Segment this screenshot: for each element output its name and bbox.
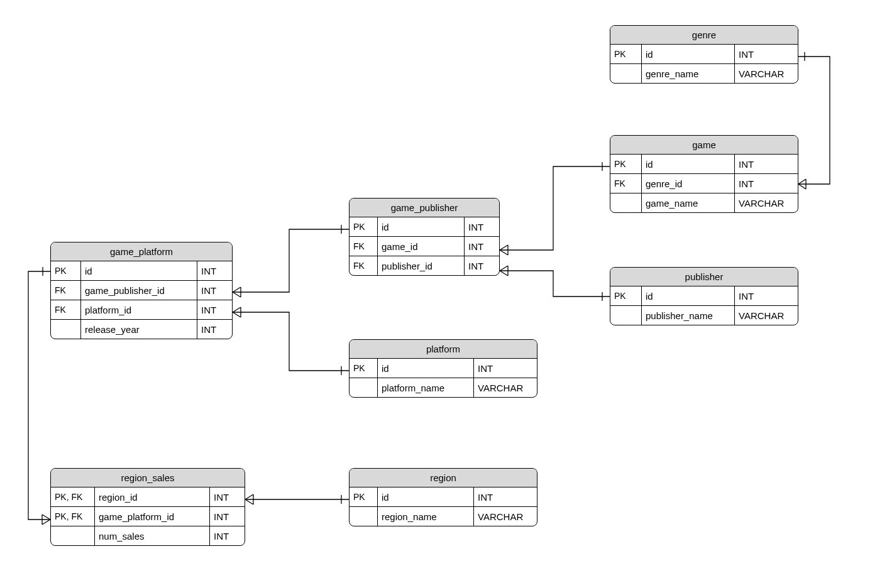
column-key: PK (610, 155, 642, 173)
column-row: PK id INT (51, 261, 232, 281)
column-row: release_year INT (51, 320, 232, 339)
column-type: INT (210, 507, 245, 526)
column-name: genre_name (642, 64, 735, 83)
column-type: VARCHAR (735, 306, 798, 325)
entity-title: game (610, 136, 798, 155)
column-row: platform_name VARCHAR (350, 378, 537, 397)
column-type: VARCHAR (735, 64, 798, 83)
column-type: VARCHAR (474, 378, 537, 397)
column-row: PK id INT (350, 217, 499, 237)
entity-title: genre (610, 26, 798, 45)
column-type: INT (465, 217, 499, 236)
column-type: INT (197, 281, 232, 300)
column-type: INT (197, 300, 232, 319)
entity-title: region (350, 469, 537, 487)
column-key (610, 64, 642, 83)
column-key (350, 507, 378, 526)
column-key (350, 378, 378, 397)
column-type: INT (735, 174, 798, 193)
column-row: PK id INT (610, 286, 798, 306)
column-name: id (81, 261, 197, 280)
entity-title: game_platform (51, 242, 232, 261)
entity-game[interactable]: game PK id INT FK genre_id INT game_name… (610, 135, 798, 213)
column-key: PK, FK (51, 507, 95, 526)
column-type: INT (735, 286, 798, 305)
column-key: PK (350, 359, 378, 378)
column-name: id (642, 286, 735, 305)
column-name: platform_name (378, 378, 474, 397)
column-key: PK (350, 487, 378, 506)
column-type: INT (197, 320, 232, 339)
entity-region-sales[interactable]: region_sales PK, FK region_id INT PK, FK… (50, 468, 245, 546)
entity-title: platform (350, 340, 537, 359)
entity-title: publisher (610, 268, 798, 286)
column-name: publisher_id (378, 256, 465, 275)
entity-title: game_publisher (350, 199, 499, 217)
column-name: id (378, 359, 474, 378)
column-key (610, 193, 642, 212)
column-row: FK game_publisher_id INT (51, 281, 232, 300)
column-row: PK, FK game_platform_id INT (51, 507, 245, 526)
column-name: game_id (378, 237, 465, 256)
entity-publisher[interactable]: publisher PK id INT publisher_name VARCH… (610, 267, 798, 325)
column-key: PK (610, 286, 642, 305)
column-type: VARCHAR (474, 507, 537, 526)
column-key: PK (610, 45, 642, 63)
entity-platform[interactable]: platform PK id INT platform_name VARCHAR (349, 339, 537, 398)
entity-genre[interactable]: genre PK id INT genre_name VARCHAR (610, 25, 798, 84)
column-name: region_id (95, 487, 210, 506)
column-row: PK id INT (610, 155, 798, 174)
column-name: id (642, 155, 735, 173)
column-row: PK id INT (350, 359, 537, 378)
column-type: INT (465, 237, 499, 256)
column-name: num_sales (95, 526, 210, 545)
column-row: game_name VARCHAR (610, 193, 798, 212)
column-key: FK (350, 256, 378, 275)
column-name: release_year (81, 320, 197, 339)
column-row: FK genre_id INT (610, 174, 798, 193)
column-type: INT (735, 155, 798, 173)
column-type: INT (474, 487, 537, 506)
column-name: publisher_name (642, 306, 735, 325)
column-name: id (378, 217, 465, 236)
column-name: game_name (642, 193, 735, 212)
column-type: VARCHAR (735, 193, 798, 212)
column-name: id (642, 45, 735, 63)
column-row: FK publisher_id INT (350, 256, 499, 275)
column-key (610, 306, 642, 325)
column-row: genre_name VARCHAR (610, 64, 798, 83)
column-type: INT (735, 45, 798, 63)
column-name: id (378, 487, 474, 506)
column-key: FK (51, 281, 81, 300)
column-row: region_name VARCHAR (350, 507, 537, 526)
column-key: FK (51, 300, 81, 319)
column-row: publisher_name VARCHAR (610, 306, 798, 325)
erd-canvas: genre PK id INT genre_name VARCHAR game … (0, 0, 887, 588)
entity-game-platform[interactable]: game_platform PK id INT FK game_publishe… (50, 242, 233, 339)
column-name: region_name (378, 507, 474, 526)
column-key: PK, FK (51, 487, 95, 506)
column-row: PK id INT (610, 45, 798, 64)
column-name: game_platform_id (95, 507, 210, 526)
column-type: INT (210, 526, 245, 545)
column-row: PK id INT (350, 487, 537, 507)
column-key: PK (350, 217, 378, 236)
column-row: FK platform_id INT (51, 300, 232, 320)
entity-game-publisher[interactable]: game_publisher PK id INT FK game_id INT … (349, 198, 500, 276)
column-type: INT (210, 487, 245, 506)
column-name: platform_id (81, 300, 197, 319)
column-key (51, 526, 95, 545)
column-type: INT (465, 256, 499, 275)
column-type: INT (474, 359, 537, 378)
column-row: PK, FK region_id INT (51, 487, 245, 507)
column-type: INT (197, 261, 232, 280)
column-key: PK (51, 261, 81, 280)
column-row: FK game_id INT (350, 237, 499, 256)
column-name: genre_id (642, 174, 735, 193)
column-name: game_publisher_id (81, 281, 197, 300)
column-key: FK (350, 237, 378, 256)
column-key (51, 320, 81, 339)
entity-title: region_sales (51, 469, 245, 487)
column-row: num_sales INT (51, 526, 245, 545)
entity-region[interactable]: region PK id INT region_name VARCHAR (349, 468, 537, 526)
